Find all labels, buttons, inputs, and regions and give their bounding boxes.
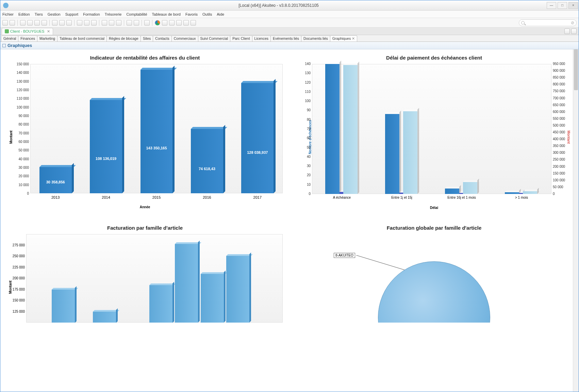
tree-icon[interactable] [144,20,150,26]
menu-tiers[interactable]: Tiers [35,12,43,16]
toolbar: ⊘ [0,18,579,28]
app-icon [3,3,9,8]
chart1-title: Indicateur de rentabilité des affaires d… [4,55,286,61]
search-box[interactable]: ⊘ [519,19,577,26]
menu-edition[interactable]: Edition [18,12,30,16]
chart-rentabilite: Indicateur de rentabilité des affaires d… [0,49,290,219]
cut-icon[interactable] [52,20,57,26]
svg-line-0 [356,255,410,272]
new-icon[interactable] [20,20,26,26]
tab-sites[interactable]: Sites [140,35,153,42]
print-icon[interactable] [77,20,82,26]
tab-parc-client[interactable]: Parc Client [230,35,252,42]
grid-icon[interactable] [127,20,132,26]
window-title: [Local (x64)] Akuiteo - v3.8.0.201708251… [11,3,546,8]
chart-fact-famille: Facturation par famille d'article Montan… [0,219,290,390]
scrollbar-thumb[interactable] [574,49,578,90]
save-icon[interactable] [2,20,8,26]
menu-tableaux[interactable]: Tableaux de bord [152,12,181,16]
menu-tresorerie[interactable]: Trésorerie [105,12,122,16]
maximize-button[interactable]: □ [558,2,567,9]
undo-icon[interactable] [66,20,72,26]
close-button[interactable]: × [568,2,578,9]
nav-prev-icon[interactable] [169,20,175,26]
menubar: Fichier Edition Tiers Gestion Support Fo… [0,11,579,18]
settings-icon[interactable] [109,20,114,26]
tab-finances[interactable]: Finances [18,35,37,42]
chart1-xlabel: Année [140,205,150,209]
nav-last-icon[interactable] [183,20,189,26]
tab-tdb-commercial[interactable]: Tableau de bord commercial [57,35,107,42]
close-tab-icon[interactable]: ✕ [47,29,50,34]
filter-icon[interactable] [116,20,121,26]
pie-slice-label: 8-AKUITEO [334,253,355,258]
maximize-panel-icon[interactable] [571,29,577,34]
menu-formation[interactable]: Formation [83,12,100,16]
copy-icon[interactable] [34,20,40,26]
tab-licences[interactable]: Licences [252,35,271,42]
refresh-icon[interactable] [102,20,107,26]
doc-tab-label: Client - BOUYGUES [10,29,44,33]
section-header: Graphiques [0,42,579,49]
edit-icon[interactable] [27,20,33,26]
chart2-xlabel: Délai [430,206,438,210]
minimize-panel-icon[interactable] [564,29,570,34]
tab-evenements[interactable]: Evénements liés [270,35,301,42]
collapse-icon[interactable] [2,44,6,47]
close-inner-tab-icon[interactable]: ✕ [352,36,355,40]
tab-suivi-commercial[interactable]: Suivi Commercial [198,35,231,42]
minimize-button[interactable]: — [547,2,556,9]
window-controls: — □ × [546,2,579,9]
nav-first-icon[interactable] [162,20,167,26]
document-tabbar: Client - BOUYGUES ✕ [0,28,579,35]
nav-next-icon[interactable] [176,20,182,26]
delete-icon[interactable] [42,20,47,26]
open-icon[interactable] [10,20,15,26]
section-title: Graphiques [7,43,32,48]
client-icon [5,29,9,33]
app-window: [Local (x64)] Akuiteo - v3.8.0.201708251… [0,0,579,392]
tab-commerciaux[interactable]: Commerciaux [171,35,198,42]
menu-fichier[interactable]: Fichier [2,12,14,16]
chart2-title: Délai de paiement des échéances client [293,55,575,61]
doc-tab-client[interactable]: Client - BOUYGUES ✕ [2,28,53,35]
paste-icon[interactable] [59,20,65,26]
titlebar: [Local (x64)] Akuiteo - v3.8.0.201708251… [0,0,579,11]
vertical-scrollbar[interactable] [573,49,579,392]
tab-graphiques[interactable]: Graphiques✕ [330,35,357,42]
chart3-title: Facturation par famille d'article [4,225,286,231]
charts-area: Indicateur de rentabilité des affaires d… [0,49,579,392]
clear-search-icon[interactable]: ⊘ [571,20,574,25]
chart4-title: Facturation globale par famille d'articl… [293,225,575,231]
menu-comptabilite[interactable]: Comptabilité [126,12,147,16]
list-icon[interactable] [134,20,139,26]
preview-icon[interactable] [84,20,89,26]
chart-fact-globale: Facturation globale par famille d'articl… [290,219,579,390]
menu-outils[interactable]: Outils [202,12,212,16]
menu-favoris[interactable]: Favoris [185,12,198,16]
chart-pie-icon[interactable] [155,20,160,26]
inner-tabbar: Général Finances Marketing Tableau de bo… [0,35,579,42]
menu-gestion[interactable]: Gestion [48,12,61,16]
export-icon[interactable] [91,20,97,26]
tab-documents[interactable]: Documents liés [301,35,330,42]
tab-regles-blocage[interactable]: Règles de blocage [106,35,141,42]
nav-end-icon[interactable] [191,20,196,26]
search-icon [521,21,525,24]
menu-support[interactable]: Support [65,12,79,16]
menu-aide[interactable]: Aide [217,12,224,16]
tab-general[interactable]: Général [1,35,18,42]
tab-contacts[interactable]: Contacts [153,35,171,42]
tab-marketing[interactable]: Marketing [37,35,57,42]
chart-delai: Délai de paiement des échéances client N… [290,49,579,219]
